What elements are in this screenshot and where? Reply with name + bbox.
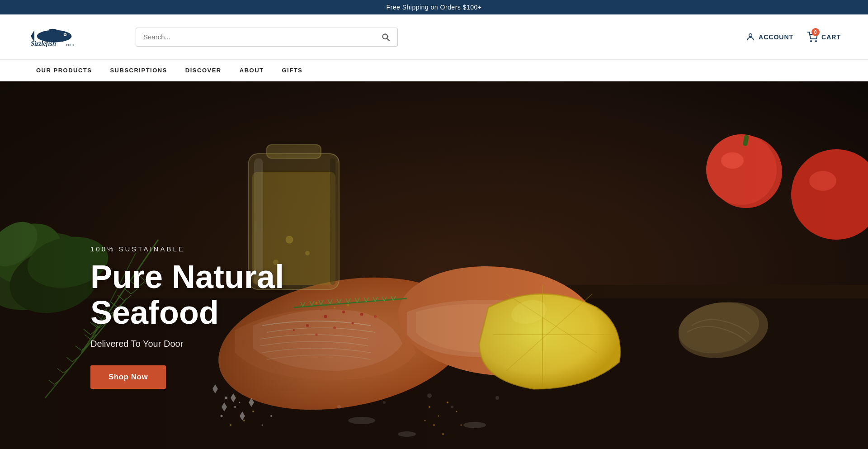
svg-point-10 [816, 41, 816, 42]
svg-point-9 [811, 41, 811, 42]
nav-item-our-products[interactable]: OUR PRODUCTS [27, 60, 101, 81]
hero-tag: 100% SUSTAINABLE [90, 245, 284, 253]
hero-title-line1: Pure Natural [90, 259, 284, 295]
nav-item-gifts[interactable]: GIFTS [273, 60, 311, 81]
search-wrapper [136, 28, 398, 47]
svg-point-6 [382, 34, 387, 39]
svg-point-8 [749, 33, 752, 37]
shop-now-button[interactable]: Shop Now [90, 365, 166, 389]
svg-text:Sizzlefish: Sizzlefish [31, 39, 56, 47]
header: Sizzlefish .com ACCOUNT [0, 14, 868, 60]
hero-content: 100% SUSTAINABLE Pure Natural Seafood De… [90, 245, 284, 389]
logo-svg: Sizzlefish .com [27, 24, 99, 51]
hero-section: 100% SUSTAINABLE Pure Natural Seafood De… [0, 81, 868, 449]
account-link[interactable]: ACCOUNT [746, 33, 793, 42]
svg-text:.com: .com [65, 42, 74, 47]
account-label: ACCOUNT [759, 33, 793, 41]
search-input[interactable] [143, 33, 381, 41]
cart-link[interactable]: 0 CART [807, 32, 841, 43]
logo[interactable]: Sizzlefish .com [27, 24, 118, 51]
nav-item-subscriptions[interactable]: SUBSCRIPTIONS [101, 60, 176, 81]
hero-title: Pure Natural Seafood [90, 259, 284, 331]
svg-line-7 [387, 38, 389, 40]
main-nav: OUR PRODUCTS SUBSCRIPTIONS DISCOVER ABOU… [0, 60, 868, 81]
nav-item-discover[interactable]: DISCOVER [176, 60, 231, 81]
search-icon [381, 33, 390, 42]
hero-title-line2: Seafood [90, 294, 219, 331]
search-button[interactable] [381, 33, 390, 42]
banner-text: Free Shipping on Orders $100+ [386, 4, 481, 11]
svg-point-3 [64, 34, 66, 35]
account-icon [746, 33, 755, 42]
cart-badge: 0 [811, 28, 820, 36]
cart-icon-wrap: 0 [807, 32, 818, 43]
cart-label: CART [821, 33, 841, 41]
top-banner: Free Shipping on Orders $100+ [0, 0, 868, 14]
search-area [136, 28, 398, 47]
header-right: ACCOUNT 0 CART [746, 32, 841, 43]
hero-subtitle: Delivered To Your Door [90, 339, 284, 349]
nav-item-about[interactable]: ABOUT [231, 60, 273, 81]
